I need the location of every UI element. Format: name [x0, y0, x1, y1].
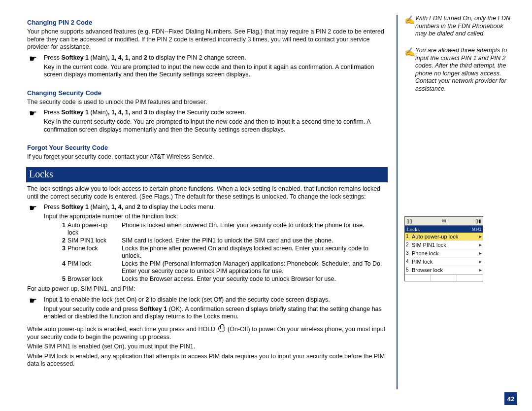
pin2-steps: ☛ Press Softkey 1 (Main), 1, 4, 1, and 2…	[27, 54, 388, 80]
locks-step1: ☛ Press Softkey 1 (Main), 1, 4, and 2 to…	[27, 204, 388, 222]
signal-icon: ▯▯	[406, 218, 412, 224]
power-icon	[218, 325, 225, 332]
main-column: Changing PIN 2 Code Your phone supports …	[27, 15, 397, 401]
chevron-right-icon: ▸	[479, 250, 482, 256]
chevron-right-icon: ▸	[479, 259, 482, 264]
locks-step2: ☛ Input 1 to enable the lock (set On) or…	[27, 296, 388, 322]
locks-sim-note: While SIM PIN1 is enabled (set On), you …	[27, 343, 388, 351]
locks-step1b: Input the appropriate number of the func…	[44, 213, 388, 221]
pointer-icon: ☛	[27, 54, 44, 80]
phone-softkey-bar	[405, 274, 483, 281]
table-row: 3Phone lockLocks the phone after powered…	[61, 245, 388, 260]
pin2-step2: Key in the current code. You are prompte…	[44, 64, 388, 79]
sidebar-note: ✍ With FDN turned On, only the FDN numbe…	[404, 15, 513, 38]
chevron-right-icon: ▸	[479, 242, 482, 247]
forgot-text: If you forget your security code, contac…	[27, 153, 388, 161]
phone-menu-item[interactable]: 3 Phone lock ▸	[405, 249, 483, 258]
pin2-intro: Your phone supports advanced features (e…	[27, 28, 388, 51]
locks-pim-note: While PIM lock is enabled, any applicati…	[27, 353, 388, 368]
pin2-step1: Press Softkey 1 (Main), 1, 4, 1, and 2 t…	[44, 54, 388, 62]
phone-softkey[interactable]	[431, 275, 457, 281]
chevron-right-icon: ▸	[479, 234, 482, 239]
note-text: You are allowed three attempts to input …	[415, 47, 513, 93]
pointer-icon: ☛	[27, 204, 44, 222]
seccode-steps: ☛ Press Softkey 1 (Main), 1, 4, 1, and 3…	[27, 109, 388, 135]
mail-icon: ✉	[442, 218, 446, 224]
table-row: 4PIM lockLocks the PIM (Personal Informa…	[61, 260, 388, 275]
locks-auto-note: While auto power-up lock is enabled, eac…	[27, 325, 388, 341]
battery-icon: ▯▮	[475, 218, 481, 224]
locks-section-bar: Locks	[26, 167, 388, 182]
chevron-right-icon: ▸	[479, 267, 482, 273]
note-text: With FDN turned On, only the FDN numbers…	[415, 15, 513, 38]
sidebar-note: ✍ You are allowed three attempts to inpu…	[404, 47, 513, 93]
table-row: 5Browser lockLocks the Browser access. E…	[61, 275, 388, 283]
heading-security-code: Changing Security Code	[27, 89, 388, 97]
seccode-intro: The security code is used to unlock the …	[27, 99, 388, 106]
phone-menu-item[interactable]: 4 PIM lock ▸	[405, 258, 483, 266]
pointer-icon: ☛	[27, 109, 44, 135]
phone-title-bar: Locks M142	[405, 226, 483, 233]
locks-table: 1Auto power-up lockPhone is locked when …	[61, 222, 388, 283]
phone-menu-list: 1 Auto power-up lock ▸ 2 SIM PIN1 lock ▸…	[405, 233, 483, 274]
note-icon: ✍	[404, 47, 415, 93]
phone-menu-item[interactable]: 1 Auto power-up lock ▸	[405, 233, 483, 241]
phone-menu-item[interactable]: 5 Browser lock ▸	[405, 266, 483, 274]
phone-tag: M142	[472, 226, 481, 232]
phone-status-bar: ▯▯ ✉ ▯▮	[405, 217, 483, 226]
heading-pin2: Changing PIN 2 Code	[27, 19, 388, 26]
pointer-icon: ☛	[27, 296, 44, 322]
heading-forgot: Forgot Your Security Code	[27, 144, 388, 151]
seccode-step2: Key in the current security code. You ar…	[44, 118, 388, 134]
phone-softkey[interactable]	[457, 275, 483, 281]
locks-intro: The lock settings allow you to lock acce…	[27, 185, 388, 201]
table-row: 2SIM PIN1 lockSIM card is locked. Enter …	[61, 237, 388, 245]
phone-screenshot: ▯▯ ✉ ▯▮ Locks M142 1 Auto power-up lock …	[404, 216, 483, 281]
phone-title: Locks	[406, 226, 420, 232]
table-row: 1Auto power-up lockPhone is locked when …	[61, 222, 388, 237]
sidebar-column: ✍ With FDN turned On, only the FDN numbe…	[398, 15, 513, 401]
note-icon: ✍	[404, 15, 415, 38]
locks-pre-auto: For auto power-up, SIM PIN1, and PIM:	[27, 285, 388, 293]
page-number: 42	[504, 392, 517, 405]
phone-softkey[interactable]	[405, 275, 431, 281]
seccode-step1: Press Softkey 1 (Main), 1, 4, 1, and 3 t…	[44, 109, 388, 117]
phone-menu-item[interactable]: 2 SIM PIN1 lock ▸	[405, 241, 483, 249]
